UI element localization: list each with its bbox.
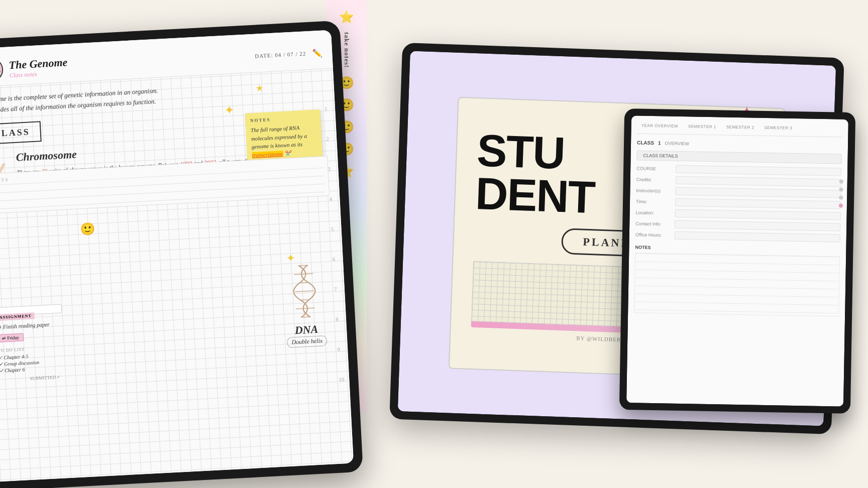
logo-circle: STUDY TIME FULL NOTES <box>0 57 4 82</box>
assignment-tag: ASSIGNMENT <box>0 312 35 321</box>
form-input-credits[interactable] <box>676 176 841 187</box>
form-row-credits: Credits: <box>636 175 841 187</box>
form-row-location: Location: <box>636 208 841 220</box>
row-num-5: 5 <box>331 226 337 232</box>
note-page: STUDY TIME FULL NOTES The Genome Class n… <box>0 30 354 482</box>
note-body: A genome is the complete set of genetic … <box>0 69 340 219</box>
class-detail-label: CLASS <box>637 140 654 146</box>
row-num-4: 4 <box>329 196 335 202</box>
tab-year-overview[interactable]: YEAR OVERVIEW <box>637 121 683 130</box>
tab-semester-1[interactable]: SEMESTER 1 <box>684 123 720 131</box>
edit-icon[interactable]: ✏️ <box>312 48 322 58</box>
form-label-location: Location: <box>636 210 671 215</box>
form-input-instructor[interactable] <box>675 187 841 198</box>
svg-line-6 <box>299 265 307 266</box>
row-num-8: 8 <box>336 316 342 322</box>
form-label-contact: Contact Info: <box>635 221 671 226</box>
class-details-button[interactable]: CLASS DETAILS <box>636 150 841 164</box>
form-input-location[interactable] <box>675 209 841 220</box>
svg-line-10 <box>300 300 309 300</box>
highlight-transcriptome: transcriptome <box>252 150 283 158</box>
row-num-7: 7 <box>334 286 340 292</box>
dot-3 <box>839 196 843 200</box>
note-intro: A genome is the complete set of genetic … <box>0 77 324 116</box>
tab-semester-2[interactable]: SEMESTER 2 <box>722 123 758 131</box>
notes-section-header: NOTES <box>635 245 840 253</box>
row-num-6: 6 <box>332 256 338 263</box>
class-box: CLASS <box>0 121 42 145</box>
assignment-item: ✎ Finish reading paper <box>0 321 58 330</box>
tab-semester-3[interactable]: SEMESTER 3 <box>760 124 796 132</box>
row-num-9: 9 <box>337 346 343 352</box>
todo-section: TO DO LIST ✓ Chapter 4-5 ✓ Group discuss… <box>0 345 61 374</box>
dna-svg <box>283 260 326 322</box>
svg-line-9 <box>295 291 314 292</box>
note-date: DATE: 04 / 07 / 22 <box>255 50 306 59</box>
svg-line-7 <box>294 274 313 275</box>
overview-link[interactable]: OVERVIEW <box>665 141 689 146</box>
assignment-box: ASSIGNMENT ✎ Finish reading paper ⇌ Frid… <box>0 304 62 316</box>
form-row-office: Office Hours: <box>635 230 840 242</box>
svg-line-11 <box>296 308 315 309</box>
form-label-credits: Credits: <box>636 177 672 182</box>
svg-line-12 <box>301 317 310 317</box>
right-tablet-front: YEAR OVERVIEW SEMESTER 1 SEMESTER 2 SEME… <box>619 108 855 414</box>
form-row-course: COURSE <box>636 164 841 176</box>
row-num-3: 3 <box>328 166 334 172</box>
dot-1 <box>839 180 843 184</box>
form-label-course: COURSE <box>636 166 672 171</box>
notes-area[interactable] <box>634 253 840 316</box>
svg-line-8 <box>300 283 308 283</box>
form-label-time: Time: <box>636 199 671 204</box>
take-notes-sticker: take notes! <box>343 32 351 68</box>
form-input-time[interactable] <box>675 198 841 209</box>
class-number: 1 <box>658 140 661 146</box>
sticky-note-text: The full range of RNA molecules expresse… <box>251 123 317 159</box>
form-input-contact[interactable] <box>675 220 840 231</box>
class-detail-page: YEAR OVERVIEW SEMESTER 1 SEMESTER 2 SEME… <box>626 115 848 406</box>
form-label-instructor: Instructor(s): <box>636 188 671 193</box>
form-input-course[interactable] <box>676 165 841 176</box>
form-row-contact: Contact Info: <box>635 219 840 231</box>
sparkle-decoration: ✦ <box>286 252 295 265</box>
dot-2 <box>839 188 843 192</box>
form-input-office[interactable] <box>675 231 840 242</box>
planner-title: STU DENT <box>475 130 597 219</box>
form-row-time: Time: <box>636 197 841 209</box>
right-tablet-front-screen: YEAR OVERVIEW SEMESTER 1 SEMESTER 2 SEME… <box>626 115 848 406</box>
smiley-decoration: 🙂 <box>80 222 95 237</box>
form-label-office: Office Hours: <box>635 232 671 237</box>
scene: ⭐ take notes! 🙂 🙂 🙂 🙂 ⭐ STUDY TIME FULL … <box>0 0 868 488</box>
form-row-instructor: Instructor(s): <box>636 186 841 198</box>
side-dots <box>839 180 843 208</box>
class-detail-nav: YEAR OVERVIEW SEMESTER 1 SEMESTER 2 SEME… <box>637 121 842 137</box>
left-tablet: STUDY TIME FULL NOTES The Genome Class n… <box>0 21 363 488</box>
class-detail-header: CLASS 1 OVERVIEW <box>637 140 842 149</box>
star-sticker: ⭐ <box>339 10 354 24</box>
row-num-1: 1 <box>324 105 331 112</box>
row-num-10: 10 <box>339 376 345 383</box>
star-decoration-2: ★ <box>255 82 264 94</box>
dna-sublabel: Double helix <box>287 335 328 348</box>
submitted-label: SUBMITTED ✓ <box>0 375 61 383</box>
left-tablet-screen: STUDY TIME FULL NOTES The Genome Class n… <box>0 30 354 482</box>
row-num-2: 2 <box>326 136 332 142</box>
due-badge: ⇌ Friday <box>0 333 24 343</box>
dot-pink <box>839 204 843 208</box>
sticky-note-title: NOTES <box>250 115 315 124</box>
star-decoration-1: ✦ <box>224 103 235 117</box>
